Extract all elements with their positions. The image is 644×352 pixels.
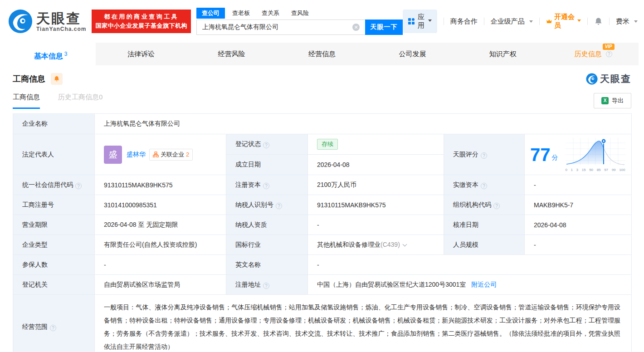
site-header: 天眼查 TianYanCha.com 都在用的商业查询工具 国家中小企业发展子基… (0, 0, 644, 43)
reg-address-value: 中国（上海）自由贸易试验区世纪大道1200号3001室 附近公司 (308, 275, 632, 295)
search-tab-risk[interactable]: 查风险 (291, 8, 309, 19)
search-input[interactable] (196, 20, 365, 35)
tab-basic-info[interactable]: 基本信息3 (5, 43, 96, 65)
credit-code-label: 统一社会信用代码 (13, 175, 95, 195)
divider (609, 18, 610, 25)
help-icon[interactable] (75, 183, 82, 189)
divider (587, 18, 588, 25)
nearby-companies-link[interactable]: 附近公司 (471, 281, 497, 288)
tab-business-info[interactable]: 经营信息 (277, 43, 367, 65)
table-row: 经营范围 一般项目：气体、液体分离及纯净设备销售；气体压缩机械销售；站用加氢及储… (13, 295, 632, 352)
table-row: 法定代表人 盛 盛林华 关联企业 2 登记状态 (13, 134, 632, 155)
help-icon[interactable] (50, 325, 56, 331)
label-text: 登记状态 (235, 140, 261, 147)
tab-label: 基本信息 (34, 52, 63, 60)
export-button[interactable]: X 导出 (594, 93, 631, 108)
logo-text: 天眼查 TianYanCha.com (36, 11, 86, 32)
brand-domain: TianYanCha.com (36, 26, 86, 32)
subtab-history-info[interactable]: 历史工商信息0 (58, 93, 102, 109)
taxpayer-quality-label: 纳税人资质 (226, 215, 308, 235)
business-term-value: 2026-04-08 至 无固定期限 (95, 215, 226, 235)
credit-code-value: 91310115MAKB9HK575 (95, 175, 226, 195)
reg-authority-value: 自由贸易试验区市场监管局 (95, 275, 226, 295)
help-icon[interactable] (493, 203, 500, 209)
company-nav-tabs: 基本信息3 法律诉讼 经营风险 经营信息 公司发展 知识产权 历史信息VIP (5, 43, 639, 65)
site-logo[interactable]: 天眼查 TianYanCha.com (8, 9, 86, 34)
status-badge: 存续 (317, 139, 338, 150)
label-text: 实缴资本 (453, 181, 478, 188)
table-row: 统一社会信用代码 91310115MAKB9HK575 注册资本 2100万人民… (13, 175, 632, 195)
help-icon[interactable] (263, 283, 269, 289)
taxpayer-id-value: 91310115MAKB9HK575 (308, 195, 444, 215)
search-tabs: 查公司 查老板 查关系 查风险 (196, 8, 403, 19)
reg-address-label: 注册地址 (226, 275, 308, 295)
apps-label: 应用 (418, 13, 425, 30)
monitor-bell-button[interactable] (51, 73, 63, 85)
label-text: 纳税人识别号 (235, 201, 273, 208)
tab-history-info[interactable]: 历史信息VIP (548, 43, 639, 65)
score-cell: 77 分 (525, 134, 632, 175)
tab-label: 法律诉讼 (127, 50, 155, 58)
business-info-table: 企业名称 上海杭氧昆仑气体有限公司 法定代表人 盛 盛林华 关联企业 2 (13, 113, 632, 352)
help-icon[interactable] (276, 203, 282, 209)
legal-rep-name-link[interactable]: 盛林华 (127, 151, 146, 159)
related-companies-badge[interactable]: 关联企业 2 (149, 149, 193, 161)
nav-cooperation[interactable]: 商务合作 (450, 17, 478, 26)
brand-name: 天眼查 (36, 11, 86, 26)
search-button[interactable]: 天眼一下 (365, 20, 403, 35)
tab-company-development[interactable]: 公司发展 (367, 43, 458, 65)
staff-size-value: - (525, 235, 632, 255)
vip-badge: VIP (603, 44, 615, 50)
help-icon[interactable] (481, 183, 487, 189)
table-row: 营业期限 2026-04-08 至 无固定期限 纳税人资质 - 核准日期 202… (13, 215, 632, 235)
table-row: 工商注册号 310141000985351 纳税人识别号 91310115MAK… (13, 195, 632, 215)
subtab-label: 历史工商信息 (58, 93, 99, 101)
approval-date-value: 2026-04-08 (525, 215, 632, 235)
business-term-label: 营业期限 (13, 215, 95, 235)
chevron-down-icon (529, 20, 533, 24)
est-date-value: 2026-04-08 (308, 155, 444, 175)
search-tab-boss[interactable]: 查老板 (232, 8, 250, 19)
divider (539, 18, 540, 25)
bell-icon (54, 76, 60, 82)
chevron-down-icon (634, 20, 638, 24)
taxpayer-quality-value: - (308, 215, 444, 235)
help-icon[interactable] (263, 142, 269, 148)
org-code-value: MAKB9HK5-7 (525, 195, 632, 215)
company-type-value: 有限责任公司(自然人投资或控股) (95, 235, 226, 255)
clear-search-icon[interactable]: ✕ (352, 24, 360, 31)
reg-number-value: 310141000985351 (95, 195, 226, 215)
help-icon[interactable] (481, 152, 487, 159)
business-scope-value: 一般项目：气体、液体分离及纯净设备销售；气体压缩机械销售；站用加氢及储氢设施销售… (95, 295, 632, 352)
tab-label: 知识产权 (489, 50, 517, 58)
apps-menu-button[interactable]: 应用 (403, 10, 437, 33)
subtab-current-info[interactable]: 工商信息 (13, 93, 40, 109)
tab-legal-proceedings[interactable]: 法律诉讼 (96, 43, 186, 65)
score-label: 天眼评分 (444, 134, 525, 175)
company-name-label: 企业名称 (13, 114, 95, 134)
tab-business-risk[interactable]: 经营风险 (186, 43, 277, 65)
score-unit: 分 (552, 154, 558, 162)
chevron-down-icon[interactable] (402, 242, 407, 246)
help-icon[interactable] (263, 183, 269, 189)
search-tab-relation[interactable]: 查关系 (262, 8, 279, 19)
notifications-bell-icon[interactable] (594, 17, 603, 26)
industry-code: (C439) (381, 241, 400, 248)
user-menu[interactable]: 费米 (616, 17, 638, 26)
related-count: 2 (186, 151, 189, 158)
search-tab-company[interactable]: 查公司 (196, 8, 225, 19)
reg-status-label: 登记状态 (226, 134, 308, 155)
help-icon[interactable] (606, 51, 612, 57)
watermark-text: 天眼查 (600, 73, 631, 85)
open-vip-button[interactable]: 开通会员 (546, 13, 581, 30)
nav-enterprise-products[interactable]: 企业级产品 (491, 17, 533, 26)
reg-capital-label: 注册资本 (226, 175, 308, 195)
legal-rep-avatar[interactable]: 盛 (104, 146, 122, 164)
main-content: 工商信息 天眼查 工商信息 历史工商信息0 X 导出 企业名称 上海杭氧昆仑气体… (0, 71, 644, 352)
label-text: 注册资本 (235, 181, 261, 188)
username: 费米 (616, 17, 629, 25)
tianyancha-logo-icon (586, 73, 598, 85)
insured-count-label: 参保人数 (13, 255, 95, 275)
section-title: 工商信息 (13, 73, 45, 84)
tab-intellectual-property[interactable]: 知识产权 (458, 43, 548, 65)
